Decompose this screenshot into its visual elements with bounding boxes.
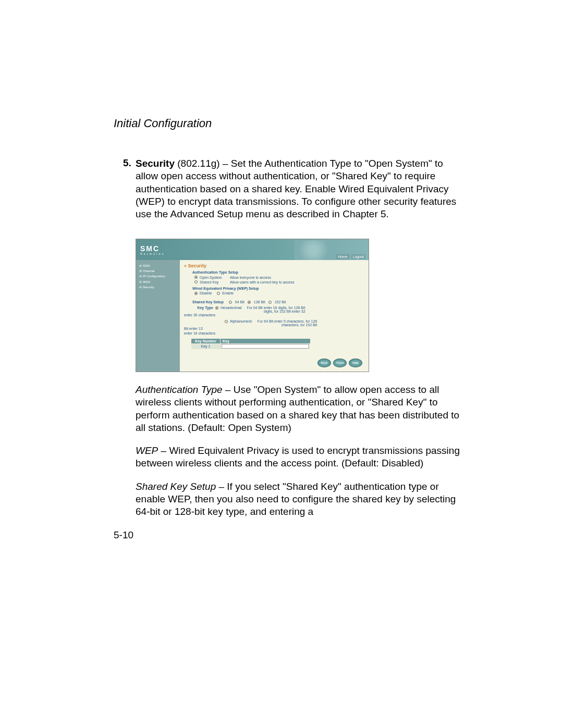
p1-ital: Authentication Type — [136, 384, 223, 395]
brand-logo: SMC — [140, 244, 160, 253]
section-title: » Security — [184, 263, 364, 268]
header-graphic — [295, 240, 332, 260]
enable-label: Enable — [222, 291, 234, 295]
finish-button[interactable]: Finish — [333, 359, 347, 367]
paragraph-sks: Shared Key Setup – If you select "Shared… — [136, 480, 460, 519]
bit64-label: 64 Bit — [235, 300, 244, 304]
radio-alpha[interactable] — [225, 320, 228, 323]
alpha-desc1: For 64 Bit enter 5 characters, for 128 — [258, 319, 317, 323]
bit-enter13: Bit enter 13 — [184, 327, 364, 331]
sidebar-item-ipconfig[interactable]: IP Configuration — [138, 274, 178, 279]
key1-input[interactable] — [222, 344, 309, 349]
sidebar-item-security[interactable]: Security — [138, 285, 178, 290]
open-system-label: Open System — [200, 275, 228, 280]
paragraph-wep: WEP – Wired Equivalent Privacy is used t… — [136, 445, 460, 470]
radio-disable[interactable] — [194, 292, 198, 295]
p3-ital: Shared Key Setup — [136, 481, 216, 492]
radio-128bit[interactable] — [248, 301, 251, 304]
key-header: Key — [221, 339, 310, 343]
brand-sub: N e t w o r k s — [140, 252, 164, 255]
enter16-text: enter 16 characters — [184, 331, 364, 336]
radio-152bit[interactable] — [268, 301, 272, 304]
p2-ital: WEP — [136, 445, 158, 456]
shared-key-desc: Allow users with a correct key to access — [230, 280, 295, 285]
bit128-label: 128 Bit — [254, 300, 265, 304]
radio-open-system[interactable] — [194, 276, 198, 279]
alpha-label: Alphanumeric — [230, 319, 252, 323]
sidebar-item-ssid[interactable]: SSID — [138, 263, 178, 268]
hex-desc2: digits, for 152 Bit enter 32 — [247, 310, 305, 313]
sidebar: SSID Channel IP Configuration WDS Securi… — [136, 260, 180, 372]
help-button[interactable]: Help — [349, 359, 362, 367]
home-link[interactable]: Home — [336, 254, 349, 259]
shared-key-label: Shared Key — [200, 280, 228, 285]
key1-label: Key 1 — [191, 343, 221, 349]
back-button[interactable]: Back — [317, 359, 331, 367]
key-number-header: Key Number — [191, 339, 221, 343]
keytype-label: Key Type — [192, 306, 213, 310]
content-panel: » Security Authentication Type Setup Ope… — [180, 260, 369, 372]
app-header: SMC N e t w o r k s Home Logout — [136, 239, 369, 260]
list-text: (802.11g) – Set the Authentication Type … — [136, 158, 456, 219]
sidebar-item-wds[interactable]: WDS — [138, 279, 178, 285]
page-number: 5-10 — [114, 529, 133, 541]
paragraph-auth-type: Authentication Type – Use "Open System" … — [136, 384, 460, 434]
bit152-label: 152 Bit — [275, 300, 286, 304]
embedded-screenshot: SMC N e t w o r k s Home Logout SSID Cha… — [136, 239, 369, 372]
disable-label: Disable — [200, 291, 212, 295]
list-item-content: Security (802.11g) – Set the Authenticat… — [136, 158, 456, 219]
p2-text: – Wired Equivalent Privacy is used to en… — [136, 445, 460, 468]
radio-shared-key[interactable] — [194, 280, 198, 283]
wep-setup-title: Wired Equivalent Privacy (WEP) Setup — [192, 287, 364, 290]
key-table: Key Number Key Key 1 — [191, 339, 310, 349]
list-number: 5. — [123, 157, 131, 169]
open-system-desc: Allow everyone to access — [230, 275, 271, 280]
auth-setup-title: Authentication Type Setup — [192, 270, 364, 274]
page-header: Initial Configuration — [114, 117, 460, 130]
enter26-text: enter 26 characters — [184, 313, 364, 317]
sidebar-item-channel[interactable]: Channel — [138, 268, 178, 274]
sks-label: Shared Key Setup — [192, 300, 224, 304]
hex-desc1: For 64 Bit enter 10 digits, for 128 Bit — [247, 306, 305, 310]
radio-enable[interactable] — [217, 292, 220, 295]
radio-hex[interactable] — [215, 306, 218, 310]
list-bold: Security — [136, 158, 175, 169]
alpha-desc2: characters, for 152 Bit — [258, 323, 317, 327]
radio-64bit[interactable] — [229, 301, 232, 304]
hex-label: Hexadecimal — [221, 306, 241, 310]
logout-link[interactable]: Logout — [351, 254, 365, 259]
